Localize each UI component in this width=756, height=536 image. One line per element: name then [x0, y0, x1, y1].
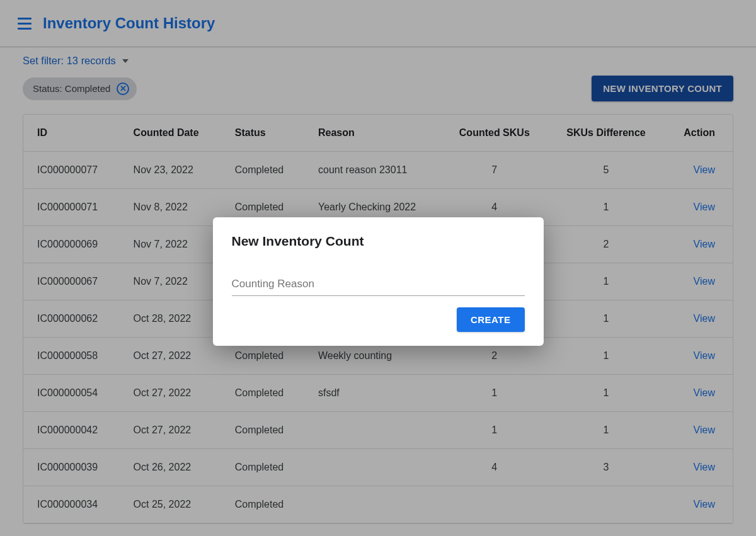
create-button[interactable]: CREATE [457, 307, 525, 332]
dialog-title: New Inventory Count [232, 234, 525, 249]
counting-reason-input[interactable] [232, 274, 525, 296]
modal-overlay[interactable]: New Inventory Count CREATE [0, 0, 756, 536]
new-inventory-count-dialog: New Inventory Count CREATE [213, 217, 544, 346]
